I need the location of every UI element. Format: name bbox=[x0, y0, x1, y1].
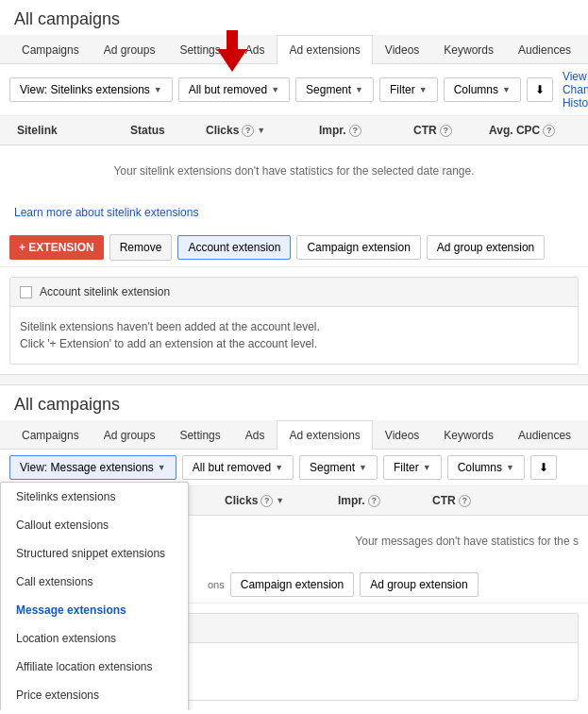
dropdown-item-affiliate[interactable]: Affiliate location extensions bbox=[1, 653, 188, 681]
segment2-caret-icon: ▼ bbox=[359, 463, 367, 472]
tab-campaigns-1[interactable]: Campaigns bbox=[9, 35, 92, 64]
columns-btn[interactable]: Columns ▼ bbox=[444, 77, 521, 102]
second-section: View: Message extensions ▼ All but remov… bbox=[0, 450, 588, 710]
download-btn[interactable]: ⬇ bbox=[527, 77, 553, 102]
table-header-1: Sitelink Status Clicks ? ▼ Impr. ? CTR ?… bbox=[0, 116, 588, 145]
ctr2-help-icon[interactable]: ? bbox=[459, 495, 471, 507]
tab-settings-2[interactable]: Settings bbox=[167, 420, 232, 450]
download-btn-2[interactable]: ⬇ bbox=[530, 455, 557, 480]
page-title-1: All campaigns bbox=[0, 0, 588, 35]
clicks-help-icon[interactable]: ? bbox=[242, 125, 254, 137]
segment-btn-2[interactable]: Segment ▼ bbox=[299, 455, 378, 480]
ext-body-1: Sitelink extensions haven't been added a… bbox=[10, 307, 578, 364]
ext-checkbox-1[interactable] bbox=[20, 286, 32, 298]
avgcpc-help-icon[interactable]: ? bbox=[543, 125, 555, 137]
view-caret-icon: ▼ bbox=[154, 85, 162, 94]
view-sitelinks-btn[interactable]: View: Sitelinks extensions ▼ bbox=[9, 77, 173, 102]
tab-ads-2[interactable]: Ads bbox=[233, 420, 277, 450]
tab-bar-2: Campaigns Ad groups Settings Ads Ad exte… bbox=[0, 420, 588, 450]
learn-more-link[interactable]: Learn more about sitelink extensions bbox=[14, 206, 198, 219]
th-clicks-2: Clicks ? ▼ bbox=[217, 492, 330, 509]
tab-campaigns-2[interactable]: Campaigns bbox=[9, 420, 92, 450]
adgroup-extension-btn-2[interactable]: Ad group extension bbox=[360, 572, 478, 597]
sort2-icon[interactable]: ▼ bbox=[276, 496, 284, 505]
empty-state-1: Your sitelink extensions don't have stat… bbox=[0, 145, 588, 196]
dropdown-item-callout[interactable]: Callout extensions bbox=[1, 511, 188, 539]
dropdown-item-sitelinks[interactable]: Sitelinks extensions bbox=[1, 483, 188, 511]
ext-section-1: Account sitelink extension Sitelink exte… bbox=[9, 277, 579, 365]
toolbar-2: View: Message extensions ▼ All but remov… bbox=[0, 450, 588, 486]
info-link-row: Learn more about sitelink extensions bbox=[0, 196, 588, 229]
ctr-help-icon[interactable]: ? bbox=[440, 125, 452, 137]
view-change-history-link[interactable]: View Change History bbox=[563, 70, 588, 110]
columns-caret-icon: ▼ bbox=[502, 85, 511, 94]
page-title-2: All campaigns bbox=[0, 385, 588, 420]
tab-keywords-1[interactable]: Keywords bbox=[431, 35, 506, 64]
impr-help-icon[interactable]: ? bbox=[349, 125, 361, 137]
columns2-caret-icon: ▼ bbox=[506, 463, 514, 472]
clicks2-help-icon[interactable]: ? bbox=[260, 495, 273, 507]
filter-btn-2[interactable]: Filter ▼ bbox=[383, 455, 442, 480]
segment-btn[interactable]: Segment ▼ bbox=[295, 77, 374, 102]
view2-caret-icon: ▼ bbox=[158, 463, 166, 472]
filter2-caret-icon: ▼ bbox=[419, 85, 428, 94]
tab-adextensions-2[interactable]: Ad extensions bbox=[277, 420, 372, 450]
tab-videos-2[interactable]: Videos bbox=[373, 420, 431, 450]
campaign-extension-btn-2[interactable]: Campaign extension bbox=[230, 572, 354, 597]
tab-videotargeting-1[interactable]: Video targeting bbox=[583, 35, 588, 64]
dropdown-item-price[interactable]: Price extensions bbox=[1, 681, 188, 709]
th-impr: Impr. ? bbox=[311, 122, 406, 139]
dropdown-item-snippet[interactable]: Structured snippet extensions bbox=[1, 539, 188, 568]
segment-caret-icon: ▼ bbox=[355, 85, 363, 94]
dropdown-item-message[interactable]: Message extensions bbox=[1, 596, 188, 624]
ext-header-1: Account sitelink extension bbox=[10, 278, 578, 307]
add-extension-btn[interactable]: + EXTENSION bbox=[9, 235, 104, 260]
th-status: Status bbox=[123, 122, 198, 139]
th-clicks: Clicks ? ▼ bbox=[198, 122, 311, 139]
th-ctr-2: CTR ? bbox=[425, 492, 500, 509]
filter4-caret-icon: ▼ bbox=[423, 463, 431, 472]
account-extension-btn[interactable]: Account extension bbox=[177, 235, 291, 260]
columns-btn-2[interactable]: Columns ▼ bbox=[447, 455, 525, 480]
tab-bar-1: Campaigns Ad groups Settings Ads Ad exte… bbox=[0, 35, 588, 64]
section-divider bbox=[0, 374, 588, 385]
tab-adextensions-1[interactable]: Ad extensions bbox=[277, 35, 372, 64]
campaign-extension-btn[interactable]: Campaign extension bbox=[296, 235, 420, 260]
sort-icon[interactable]: ▼ bbox=[257, 126, 265, 135]
tab-audiences-2[interactable]: Audiences bbox=[506, 420, 583, 450]
ext-toolbar-1: + EXTENSION Remove Account extension Cam… bbox=[0, 229, 588, 267]
tab-videos-1[interactable]: Videos bbox=[373, 35, 431, 64]
download-icon: ⬇ bbox=[535, 83, 545, 96]
dropdown-item-call[interactable]: Call extensions bbox=[1, 568, 188, 596]
download2-icon: ⬇ bbox=[539, 461, 548, 474]
th-avgcpc: Avg. CPC ? bbox=[481, 122, 579, 139]
th-sitelink: Sitelink bbox=[9, 122, 123, 139]
impr2-help-icon[interactable]: ? bbox=[368, 495, 380, 507]
dropdown-item-app[interactable]: App extensions bbox=[1, 709, 188, 710]
th-impr-2: Impr. ? bbox=[330, 492, 425, 509]
view-dropdown: Sitelinks extensions Callout extensions … bbox=[0, 482, 189, 710]
dropdown-item-location[interactable]: Location extensions bbox=[1, 624, 188, 653]
filter-btn[interactable]: Filter ▼ bbox=[379, 77, 438, 102]
tab-adgroups-1[interactable]: Ad groups bbox=[92, 35, 168, 64]
adgroup-extension-btn[interactable]: Ad group extension bbox=[427, 235, 545, 260]
red-arrow-indicator bbox=[217, 30, 247, 72]
all-but-removed-btn[interactable]: All but removed ▼ bbox=[178, 77, 290, 102]
remove-btn[interactable]: Remove bbox=[109, 234, 173, 261]
th-ctr: CTR ? bbox=[406, 122, 481, 139]
tab-audiences-1[interactable]: Audiences bbox=[506, 35, 583, 64]
view-message-btn[interactable]: View: Message extensions ▼ bbox=[9, 455, 176, 480]
toolbar-1: View: Sitelinks extensions ▼ All but rem… bbox=[0, 64, 588, 116]
filter3-caret-icon: ▼ bbox=[275, 463, 283, 472]
tab-keywords-2[interactable]: Keywords bbox=[431, 420, 506, 450]
all-but-removed-btn-2[interactable]: All but removed ▼ bbox=[182, 455, 294, 480]
tab-adgroups-2[interactable]: Ad groups bbox=[92, 420, 168, 450]
filter-caret-icon: ▼ bbox=[271, 85, 279, 94]
